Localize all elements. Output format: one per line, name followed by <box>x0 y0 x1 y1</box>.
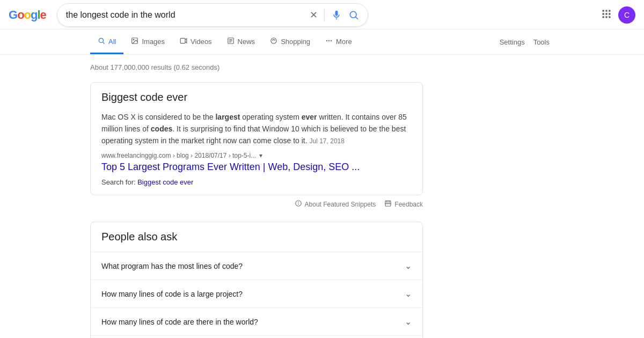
tab-more[interactable]: More <box>318 30 360 54</box>
tab-shopping-label: Shopping <box>281 38 310 46</box>
paa-item-1[interactable]: How many lines of code is a large projec… <box>91 280 422 308</box>
chevron-down-icon-1: ⌄ <box>405 289 412 299</box>
tab-news[interactable]: News <box>219 30 263 54</box>
tab-images-label: Images <box>142 38 165 46</box>
snippet-text-mid1: operating system <box>240 113 301 121</box>
svg-rect-5 <box>609 10 610 11</box>
svg-point-24 <box>331 40 332 41</box>
snippet-bold-largest: largest <box>215 113 240 121</box>
snippet-url: www.freelancinggig.com › blog › 2018/07/… <box>101 152 256 159</box>
tab-shopping[interactable]: Shopping <box>262 30 318 54</box>
snippet-url-row: www.freelancinggig.com › blog › 2018/07/… <box>101 152 412 159</box>
logo-letter-o2: o <box>24 8 31 22</box>
feedback-label: Feedback <box>394 201 423 208</box>
logo-letter-g: G <box>9 8 17 22</box>
main-content: About 177,000,000 results (0.62 seconds)… <box>0 55 644 338</box>
snippet-search-for-link[interactable]: Biggest code ever <box>137 178 193 186</box>
tab-all-label: All <box>108 38 116 46</box>
svg-line-13 <box>103 42 105 44</box>
svg-point-22 <box>326 40 327 41</box>
paa-title: People also ask <box>91 222 422 252</box>
snippet-title: Biggest code ever <box>101 91 412 104</box>
snippet-search-for: Search for: Biggest code ever <box>101 178 412 186</box>
videos-tab-icon <box>180 37 187 46</box>
feedback-button[interactable]: Feedback <box>384 200 423 209</box>
svg-rect-7 <box>605 13 607 14</box>
search-input[interactable] <box>66 10 310 20</box>
people-also-ask: People also ask What program has the mos… <box>90 222 423 338</box>
svg-point-21 <box>271 38 277 44</box>
shopping-tab-icon <box>270 37 277 46</box>
tools-link[interactable]: Tools <box>529 31 554 54</box>
search-divider <box>324 9 325 21</box>
search-bar[interactable]: ✕ <box>57 3 368 27</box>
all-tab-icon <box>98 37 105 46</box>
tab-videos-label: Videos <box>191 38 212 46</box>
snippet-text-before: Mac OS X is considered to be the <box>101 113 215 121</box>
paa-item-0[interactable]: What program has the most lines of code?… <box>91 252 422 280</box>
logo-letter-g2: g <box>31 8 37 22</box>
feedback-row: About Featured Snippets Feedback <box>90 200 423 209</box>
chevron-down-icon-0: ⌄ <box>405 261 412 271</box>
svg-rect-6 <box>603 13 604 14</box>
microphone-icon[interactable] <box>331 10 342 20</box>
about-snippets-label: About Featured Snippets <box>305 201 376 208</box>
header-right: C <box>601 6 635 24</box>
snippet-text: Mac OS X is considered to be the largest… <box>101 111 412 146</box>
tab-videos[interactable]: Videos <box>172 30 219 54</box>
svg-rect-8 <box>609 13 610 14</box>
svg-rect-10 <box>605 16 607 18</box>
snippet-bold-codes: codes <box>151 124 172 133</box>
paa-question-0: What program has the most lines of code? <box>101 262 243 270</box>
news-tab-icon <box>227 37 235 46</box>
feedback-icon <box>384 200 392 209</box>
images-tab-icon <box>131 37 138 46</box>
tab-news-label: News <box>238 38 255 46</box>
svg-rect-9 <box>603 16 604 18</box>
svg-rect-16 <box>180 38 185 43</box>
svg-point-23 <box>328 40 330 41</box>
tab-images[interactable]: Images <box>123 30 172 54</box>
snippet-bold-ever: ever <box>302 113 317 121</box>
search-tabs: All Images Videos <box>0 30 644 55</box>
avatar[interactable]: C <box>618 6 635 24</box>
paa-item-3[interactable]: How many lines of code is Google? ⌄ <box>91 336 422 338</box>
featured-snippet: Biggest code ever Mac OS X is considered… <box>90 82 423 195</box>
results-count: About 177,000,000 results (0.62 seconds) <box>90 63 554 71</box>
snippet-url-dropdown-icon[interactable]: ▾ <box>259 152 262 159</box>
snippet-search-for-label: Search for: <box>101 178 137 186</box>
more-tab-icon <box>325 37 333 46</box>
logo-letter-o1: o <box>17 8 24 22</box>
paa-item-2[interactable]: How many lines of code are there in the … <box>91 308 422 336</box>
about-featured-snippets[interactable]: About Featured Snippets <box>295 200 376 209</box>
svg-rect-4 <box>605 10 607 11</box>
apps-grid-icon[interactable] <box>601 9 612 22</box>
tab-all[interactable]: All <box>90 30 123 54</box>
svg-line-2 <box>356 17 358 19</box>
svg-rect-11 <box>609 16 610 18</box>
search-submit-icon[interactable] <box>348 10 359 20</box>
header: Google ✕ <box>0 0 644 30</box>
paa-question-2: How many lines of code are there in the … <box>101 318 258 326</box>
svg-point-15 <box>134 39 135 40</box>
paa-question-1: How many lines of code is a large projec… <box>101 290 243 298</box>
logo-letter-e: e <box>40 8 46 22</box>
svg-rect-3 <box>603 10 604 11</box>
tab-more-label: More <box>336 38 352 46</box>
chevron-down-icon-2: ⌄ <box>405 317 412 327</box>
settings-link[interactable]: Settings <box>495 31 529 54</box>
snippet-date: Jul 17, 2018 <box>310 137 345 145</box>
google-logo: Google <box>9 8 46 22</box>
snippet-result-link[interactable]: Top 5 Largest Programs Ever Written | We… <box>101 161 360 172</box>
info-icon <box>295 200 302 209</box>
clear-icon[interactable]: ✕ <box>310 10 318 20</box>
